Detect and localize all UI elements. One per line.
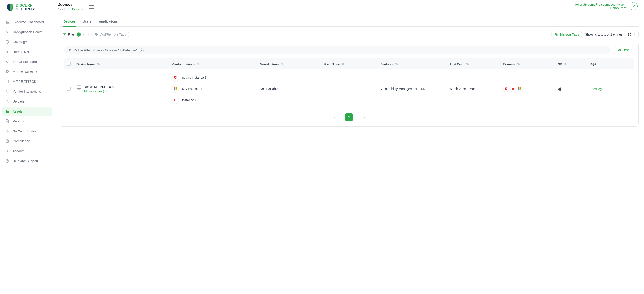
tab-devices[interactable]: Devices — [63, 17, 76, 27]
col-os[interactable]: OS⇅ — [555, 58, 586, 69]
col-sources[interactable]: Sources⇅ — [500, 58, 555, 69]
svg-rect-24 — [520, 89, 521, 90]
sidebar-item-reports[interactable]: Reports — [2, 117, 52, 126]
filter-label: Filter — [68, 33, 75, 36]
svg-point-20 — [506, 88, 506, 89]
svg-point-7 — [6, 132, 6, 133]
col-device[interactable]: Device Name⇅ — [74, 58, 169, 69]
shield-icon — [5, 40, 10, 44]
topbar: Devices Assets > Devices debarati+demo@d… — [54, 0, 644, 13]
last-page-button[interactable]: » — [363, 115, 365, 119]
chevron-down-icon — [82, 33, 85, 36]
svg-rect-18 — [174, 89, 175, 90]
source-badge-icon — [503, 86, 509, 92]
sidebar-item-account[interactable]: Account — [2, 147, 52, 156]
sidebar-item-threat-exposure[interactable]: Threat Exposure — [2, 57, 52, 66]
sort-icon: ⇅ — [395, 62, 398, 66]
last-seen-cell: 6 Feb 2025, 07:08 — [447, 69, 500, 108]
sidebar-item-assets[interactable]: Assets — [2, 107, 52, 116]
manage-tags-button[interactable]: Manage Tags — [551, 31, 582, 38]
manufacturer-cell: Not Available — [257, 69, 321, 108]
sort-icon: ⇅ — [517, 62, 520, 66]
bug-icon — [5, 59, 10, 64]
sidebar-item-label: Human Risk — [13, 50, 30, 54]
features-cell: Vulnerability Management, EDR — [378, 69, 447, 108]
gear-icon — [5, 149, 10, 153]
col-user[interactable]: User Name⇅ — [321, 58, 378, 69]
add-remove-tags-button[interactable]: Add/Remove Tags — [92, 31, 129, 38]
entries-summary: Showing 1 to 1 of 1 entries — [585, 33, 622, 36]
csv-label: CSV — [624, 48, 630, 52]
folder-icon — [5, 109, 10, 114]
vendor-instance: BInstance 1 — [172, 96, 254, 104]
page-number-current[interactable]: 1 — [345, 113, 353, 121]
prev-page-button[interactable]: ‹ — [340, 115, 341, 119]
toolbar: Filter 1 Add/Remove Tags — [60, 31, 638, 38]
note-icon — [5, 139, 10, 143]
filter-icon — [68, 48, 72, 52]
sidebar-item-label: No Code Studio — [13, 129, 36, 133]
select-all-checkbox[interactable] — [66, 61, 71, 66]
sidebar-item-label: MITRE D3FEND — [13, 70, 37, 73]
sidebar-item-vendor-integrations[interactable]: Vendor Integrations — [2, 87, 52, 96]
row-checkbox[interactable] — [66, 87, 71, 91]
help-icon — [5, 159, 10, 163]
cloud-download-icon — [618, 48, 622, 52]
sidebar-item-executive-dashboard[interactable]: Executive Dashboard — [2, 17, 52, 27]
page-size-select[interactable]: 25 — [625, 31, 638, 38]
tag-icon — [95, 33, 98, 36]
sidebar-item-coverage[interactable]: Coverage — [2, 37, 52, 46]
brand-logo: DISCERN SECURITY — [0, 0, 54, 16]
clear-filter-icon[interactable]: ✕ — [140, 48, 144, 52]
flow-icon — [5, 129, 10, 133]
tab-users[interactable]: Users — [82, 17, 92, 27]
svg-rect-23 — [518, 89, 520, 90]
user-email: debarati+demo@discernsecurity.com — [574, 3, 626, 6]
next-page-button[interactable]: › — [358, 115, 358, 119]
sidebar-item-uploads[interactable]: Uploads — [2, 97, 52, 106]
svg-point-15 — [175, 77, 176, 78]
row-expand-icon[interactable] — [628, 87, 632, 90]
export-csv-button[interactable]: CSV — [614, 46, 634, 54]
sidebar-item-label: Vendor Integrations — [13, 90, 41, 93]
page-size-value: 25 — [628, 33, 631, 36]
sidebar-item-human-risk[interactable]: Human Risk — [2, 47, 52, 56]
shield-x-icon — [5, 79, 10, 84]
svg-rect-21 — [518, 87, 520, 89]
sidebar-item-mitre-att-ck[interactable]: MITRE ATT&CK — [2, 77, 52, 86]
sidebar-item-label: Coverage — [13, 40, 27, 44]
first-page-button[interactable]: « — [334, 115, 335, 119]
vendor-instance: MS instance 1 — [172, 85, 254, 92]
sidebar-item-compliance[interactable]: Compliance — [2, 137, 52, 146]
col-manufacturer[interactable]: Manufacturer⇅ — [257, 58, 321, 69]
sidebar-item-mitre-d3fend[interactable]: MITRE D3FEND — [2, 67, 52, 76]
results-card: Active Filter: Sources Contains "BitDefe… — [60, 42, 638, 127]
sidebar-item-configuration-health[interactable]: Configuration Health — [2, 27, 52, 36]
sort-icon: ⇅ — [466, 62, 469, 66]
sidebar-nav: Executive DashboardConfiguration HealthC… — [0, 16, 54, 168]
svg-rect-14 — [77, 86, 81, 88]
svg-rect-17 — [175, 87, 177, 89]
tab-applications[interactable]: Applications — [98, 17, 118, 27]
device-name[interactable]: Rohan-M2-MBP-2023 — [84, 85, 114, 89]
upload-icon — [5, 99, 10, 104]
col-vendor[interactable]: Vendor Instance⇅ — [169, 58, 257, 69]
add-tag-button[interactable]: + Add tag — [589, 87, 602, 91]
tags-icon — [555, 33, 558, 36]
user-meta: debarati+demo@discernsecurity.com Demo C… — [574, 3, 626, 10]
breadcrumb-root[interactable]: Assets — [57, 7, 66, 11]
sidebar-item-help-and-support[interactable]: Help and Support — [2, 156, 52, 166]
menu-toggle-icon[interactable] — [89, 5, 94, 9]
sidebar-item-label: Configuration Health — [13, 30, 42, 34]
filter-button[interactable]: Filter 1 — [60, 31, 89, 38]
svg-point-13 — [96, 33, 96, 34]
svg-rect-16 — [174, 87, 175, 89]
sort-icon: ⇅ — [97, 62, 100, 66]
sidebar-item-no-code-studio[interactable]: No Code Studio — [2, 127, 52, 136]
col-features[interactable]: Features⇅ — [378, 58, 447, 69]
vendor-badge-icon: B — [172, 96, 179, 104]
avatar[interactable] — [630, 2, 638, 10]
hostnames-link[interactable]: All hostnames (3) — [84, 89, 106, 93]
col-last-seen[interactable]: Last Seen⇅ — [447, 58, 500, 69]
filter-count-badge: 1 — [77, 32, 81, 36]
